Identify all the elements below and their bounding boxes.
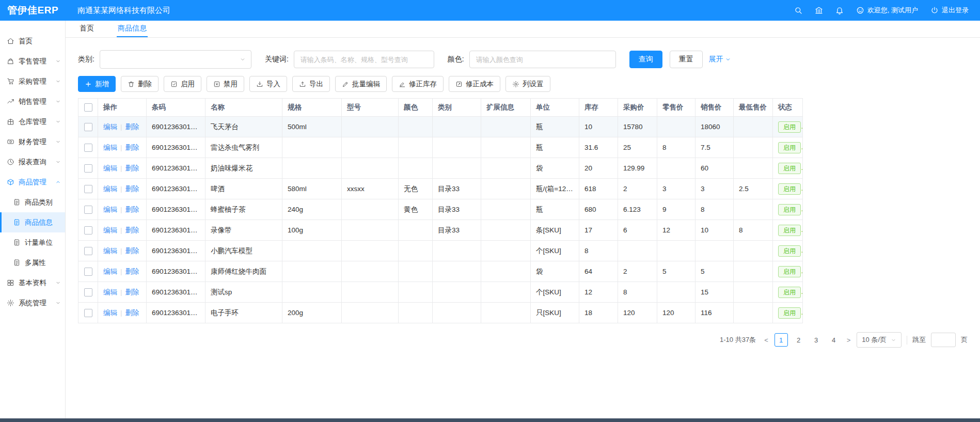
table-header-row: 操作条码名称规格型号颜色类别扩展信息单位库存采购价零售价销售价最低售价状态: [78, 99, 803, 117]
column-header: 销售价: [696, 99, 734, 117]
header-home-button[interactable]: [815, 6, 823, 14]
delete-link[interactable]: 删除: [125, 288, 139, 296]
sidebar-item-basic-data[interactable]: 基本资料: [0, 273, 65, 293]
row-checkbox[interactable]: [84, 247, 92, 255]
table-row: 编辑|删除6901236301338啤酒580mlxxsxx无色目录33瓶/(箱…: [78, 179, 803, 199]
edit-link[interactable]: 编辑: [103, 226, 117, 234]
sidebar-item-label: 首页: [19, 37, 61, 46]
row-checkbox[interactable]: [84, 268, 92, 276]
page-button-1[interactable]: 1: [774, 333, 788, 347]
delete-link[interactable]: 删除: [125, 123, 139, 131]
search-button[interactable]: 查询: [629, 51, 662, 68]
cell-color: [399, 282, 433, 303]
trash-icon: [128, 81, 135, 88]
tab-product-info[interactable]: 商品信息: [117, 21, 148, 37]
cell-spec: [282, 158, 342, 179]
sidebar-subitem-multi-attribute[interactable]: 多属性: [0, 253, 65, 273]
tab-home[interactable]: 首页: [78, 21, 95, 37]
smile-icon: [856, 6, 864, 14]
reset-button[interactable]: 重置: [670, 51, 703, 68]
table-body: 编辑|删除6901236301342飞天茅台500ml瓶101578018060…: [78, 117, 803, 323]
add-button[interactable]: 新增: [78, 76, 116, 92]
delete-link[interactable]: 删除: [125, 164, 139, 172]
edit-link[interactable]: 编辑: [103, 206, 117, 213]
main-content: 首页商品信息 类别: 关键词: 颜色:: [66, 21, 980, 422]
header-search-button[interactable]: [794, 6, 802, 14]
sidebar-subitem-product-info[interactable]: 商品信息: [0, 212, 65, 232]
export-button[interactable]: 导出: [292, 76, 330, 92]
edit-link[interactable]: 编辑: [103, 144, 117, 151]
cell-stock: 20: [579, 158, 618, 179]
user-welcome[interactable]: 欢迎您, 测试用户: [856, 6, 918, 15]
fix-cost-button[interactable]: 修正成本: [449, 76, 500, 92]
import-button[interactable]: 导入: [249, 76, 287, 92]
sidebar-item-finance[interactable]: 财务管理: [0, 132, 65, 152]
edit-link[interactable]: 编辑: [103, 309, 117, 317]
edit-link[interactable]: 编辑: [103, 185, 117, 193]
row-checkbox[interactable]: [84, 309, 92, 317]
keyword-label: 关键词:: [265, 55, 289, 64]
row-checkbox[interactable]: [84, 206, 92, 214]
page-size-select[interactable]: 10 条/页: [857, 332, 902, 348]
sidebar-item-reports[interactable]: 报表查询: [0, 152, 65, 172]
row-checkbox[interactable]: [84, 226, 92, 235]
cell-status: 启用: [773, 282, 803, 303]
fix-stock-icon: [399, 81, 406, 88]
edit-link[interactable]: 编辑: [103, 123, 117, 131]
sidebar-item-retail[interactable]: 零售管理: [0, 51, 65, 71]
column-header: 库存: [579, 99, 618, 117]
batch-edit-button[interactable]: 批量编辑: [335, 76, 387, 92]
category-select[interactable]: [100, 50, 251, 69]
cell-unit: 袋: [531, 261, 579, 282]
cell-name: 康师傅红烧牛肉面: [206, 261, 282, 282]
fix-stock-button[interactable]: 修正库存: [392, 76, 444, 92]
enable-button[interactable]: 启用: [164, 76, 201, 92]
cell-spec: 240g: [282, 199, 342, 220]
edit-link[interactable]: 编辑: [103, 247, 117, 255]
logout-button[interactable]: 退出登录: [930, 6, 969, 15]
row-checkbox[interactable]: [84, 123, 92, 131]
sidebar-item-system[interactable]: 系统管理: [0, 293, 65, 313]
next-page-button[interactable]: >: [846, 336, 852, 344]
row-checkbox[interactable]: [84, 288, 92, 296]
column-settings-button[interactable]: 列设置: [505, 76, 550, 92]
delete-link[interactable]: 删除: [125, 268, 139, 275]
cell-color: [399, 137, 433, 158]
header-notifications-button[interactable]: [835, 6, 844, 14]
select-all-checkbox[interactable]: [84, 103, 92, 112]
row-checkbox[interactable]: [84, 164, 92, 173]
sidebar-item-label: 零售管理: [19, 57, 55, 66]
column-header: 类别: [433, 99, 481, 117]
jump-page-input[interactable]: [931, 333, 956, 347]
delete-link[interactable]: 删除: [125, 226, 139, 234]
delete-button[interactable]: 删除: [121, 76, 159, 92]
edit-link[interactable]: 编辑: [103, 164, 117, 172]
prev-page-button[interactable]: <: [763, 336, 769, 344]
delete-link[interactable]: 删除: [125, 206, 139, 213]
delete-link[interactable]: 删除: [125, 309, 139, 317]
row-checkbox[interactable]: [84, 144, 92, 152]
sidebar-item-products[interactable]: 商品管理: [0, 172, 65, 192]
edit-link[interactable]: 编辑: [103, 288, 117, 296]
sidebar-item-warehouse[interactable]: 仓库管理: [0, 112, 65, 132]
sidebar-item-purchase[interactable]: 采购管理: [0, 71, 65, 91]
delete-link[interactable]: 删除: [125, 144, 139, 151]
page-button-3[interactable]: 3: [810, 333, 823, 347]
disable-button[interactable]: 禁用: [207, 76, 244, 92]
action-separator: |: [120, 164, 122, 172]
row-checkbox[interactable]: [84, 185, 92, 193]
delete-link[interactable]: 删除: [125, 185, 139, 193]
expand-filters-toggle[interactable]: 展开: [709, 55, 731, 64]
edit-link[interactable]: 编辑: [103, 268, 117, 275]
table-row: 编辑|删除6901236301303电子手环200g只[SKU]18120120…: [78, 303, 803, 323]
cell-name: 录像带: [206, 220, 282, 241]
page-button-2[interactable]: 2: [792, 333, 805, 347]
sidebar-item-sales[interactable]: 销售管理: [0, 91, 65, 112]
sidebar-item-home[interactable]: 首页: [0, 31, 65, 51]
keyword-input[interactable]: [294, 51, 434, 68]
sidebar-subitem-measure-unit[interactable]: 计量单位: [0, 232, 65, 253]
sidebar-subitem-product-category[interactable]: 商品类别: [0, 192, 65, 212]
page-button-4[interactable]: 4: [827, 333, 841, 347]
color-input[interactable]: [469, 51, 616, 68]
delete-link[interactable]: 删除: [125, 247, 139, 255]
